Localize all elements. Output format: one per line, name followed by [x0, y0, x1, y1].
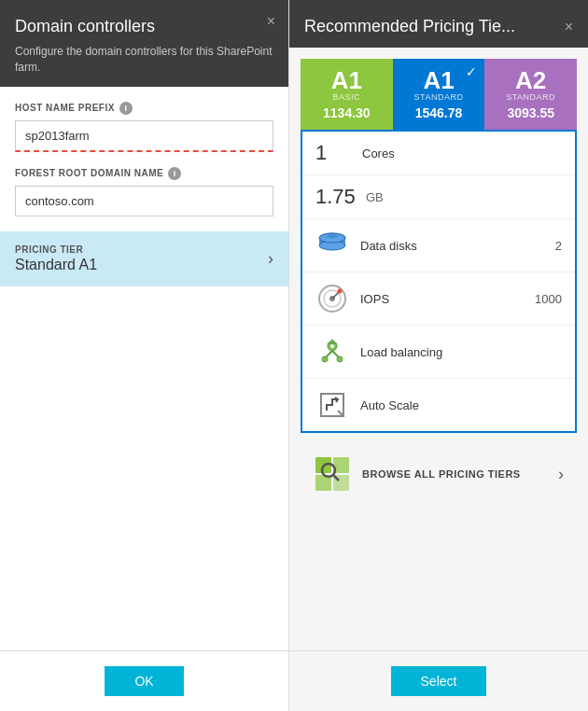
browse-pricing-icon: [314, 455, 351, 493]
auto-scale-label: Auto Scale: [360, 398, 562, 412]
forest-root-domain-info-icon[interactable]: i: [168, 167, 181, 180]
load-balancing-label: Load balancing: [360, 345, 562, 359]
card-a1-basic-type: BASIC: [333, 92, 361, 102]
card-a1-basic-number: A1: [331, 68, 362, 92]
forest-root-domain-label: FOREST ROOT DOMAIN NAME i: [15, 167, 273, 180]
left-title: Domain controllers: [15, 17, 273, 36]
svg-marker-16: [327, 339, 338, 344]
select-button[interactable]: Select: [391, 666, 487, 696]
left-content: HOST NAME PREFIX i FOREST ROOT DOMAIN NA…: [0, 87, 288, 383]
pricing-tier-chevron-icon: ›: [268, 249, 273, 269]
auto-scale-icon: [315, 388, 349, 422]
left-description: Configure the domain controllers for thi…: [15, 44, 273, 76]
browse-label: BROWSE ALL PRICING TIERS: [362, 468, 558, 480]
left-close-button[interactable]: ×: [267, 13, 275, 30]
forest-root-domain-group: FOREST ROOT DOMAIN NAME i: [15, 167, 273, 216]
detail-row-iops: IOPS 1000: [302, 272, 575, 326]
cores-value: 1: [315, 141, 362, 165]
forest-root-domain-input[interactable]: [15, 186, 273, 216]
card-a1-basic-price: 1134.30: [323, 105, 371, 120]
card-a2-standard-number: A2: [515, 68, 546, 92]
host-name-prefix-info-icon[interactable]: i: [119, 102, 133, 115]
data-disks-label: Data disks: [360, 239, 555, 253]
host-name-prefix-label: HOST NAME PREFIX i: [15, 102, 273, 115]
iops-icon: [315, 282, 349, 315]
data-disks-value: 2: [555, 239, 562, 253]
right-close-button[interactable]: ×: [565, 19, 573, 35]
pricing-tier-section[interactable]: PRICING TIER Standard A1 ›: [0, 231, 288, 286]
memory-unit: GB: [366, 190, 384, 204]
pricing-card-a1-standard[interactable]: ✓ A1 STANDARD 1546.78: [393, 59, 485, 130]
pricing-card-a2-standard[interactable]: A2 STANDARD 3093.55: [484, 59, 577, 130]
detail-row-memory: 1.75 GB: [302, 175, 575, 219]
card-a2-standard-type: STANDARD: [506, 92, 555, 102]
data-disks-icon: [315, 229, 349, 262]
browse-pricing-tiers-section[interactable]: BROWSE ALL PRICING TIERS ›: [301, 444, 577, 504]
svg-point-11: [330, 344, 334, 348]
host-name-prefix-input[interactable]: [15, 120, 273, 152]
detail-row-load-balancing: Load balancing: [302, 326, 575, 379]
left-panel: Domain controllers Configure the domain …: [0, 0, 289, 711]
card-a1-standard-price: 1546.78: [415, 105, 463, 120]
right-header: Recommended Pricing Tie... ×: [289, 0, 588, 48]
right-title: Recommended Pricing Tie...: [304, 17, 515, 36]
detail-row-auto-scale: Auto Scale: [302, 379, 575, 431]
right-footer: Select: [289, 650, 588, 711]
iops-value: 1000: [535, 292, 562, 306]
detail-row-data-disks: Data disks 2: [302, 219, 575, 272]
host-name-prefix-group: HOST NAME PREFIX i: [15, 102, 273, 152]
cores-label: Cores: [362, 146, 562, 160]
pricing-cards: A1 BASIC 1134.30 ✓ A1 STANDARD 1546.78 A…: [289, 48, 588, 130]
load-balancing-icon: [315, 335, 349, 369]
card-a1-standard-type: STANDARD: [414, 92, 464, 102]
card-a2-standard-price: 3093.55: [507, 105, 554, 120]
pricing-card-a1-basic[interactable]: A1 BASIC 1134.30: [301, 59, 393, 130]
details-box: 1 Cores 1.75 GB Data disks 2: [301, 130, 577, 433]
iops-label: IOPS: [360, 292, 535, 306]
right-panel: Recommended Pricing Tie... × A1 BASIC 11…: [289, 0, 588, 711]
pricing-tier-label: PRICING TIER: [15, 244, 97, 255]
svg-point-14: [322, 356, 328, 362]
svg-point-9: [338, 289, 343, 294]
left-header: Domain controllers Configure the domain …: [0, 0, 288, 87]
memory-value: 1.75: [315, 185, 362, 209]
card-a1-standard-number: A1: [423, 68, 454, 92]
selected-checkmark-icon: ✓: [466, 64, 477, 79]
left-footer: OK: [0, 650, 288, 711]
svg-point-4: [327, 234, 338, 238]
browse-chevron-icon: ›: [558, 465, 564, 484]
detail-row-cores: 1 Cores: [302, 132, 575, 175]
pricing-tier-value: Standard A1: [15, 257, 97, 273]
ok-button[interactable]: OK: [105, 666, 183, 696]
svg-point-15: [337, 356, 343, 362]
